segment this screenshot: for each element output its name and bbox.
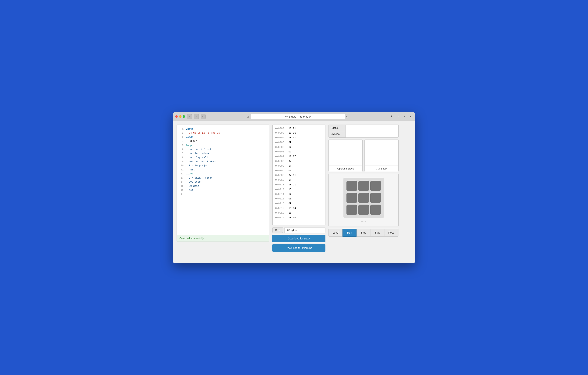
line-number: 17: [178, 192, 184, 196]
code-text: 200 beep: [186, 180, 201, 184]
code-line: 9 rot dec dup 4 ntuck: [177, 160, 269, 164]
code-line: 17: [177, 192, 269, 196]
forward-button[interactable]: ›: [194, 114, 199, 119]
byte-value: 18 07: [289, 155, 296, 159]
byte-value: 18 06: [289, 131, 296, 135]
pixel-3[interactable]: [346, 193, 357, 203]
pc-row: 0x0000: [329, 131, 398, 137]
bytecode-panel: 0x000018 210x000218 060x000418 010x00060…: [273, 125, 326, 252]
line-number: 12: [178, 172, 184, 176]
address-bar[interactable]: Not Secure — cs.ox.ac.uk: [251, 114, 345, 119]
back-button[interactable]: ‹: [187, 114, 192, 119]
reload-button[interactable]: ↻: [345, 115, 349, 119]
byte-value: 12: [289, 145, 292, 149]
bytecode-row: 0x001118 21: [273, 183, 325, 187]
code-text: dup rot + 7 mod: [186, 147, 211, 151]
code-line: 7 dup inc colour: [177, 152, 269, 156]
minimize-button[interactable]: [179, 115, 181, 118]
byte-address: 0x0009: [275, 155, 289, 159]
pc-label: 0x0000: [329, 131, 346, 137]
byte-value: 00: [289, 150, 292, 154]
code-editor[interactable]: 1.data2 B4 C5 D5 E5 F5 F#5 G53.code4 33 …: [177, 125, 269, 235]
code-line: 16 ret: [177, 188, 269, 192]
byte-value: 0F: [289, 178, 292, 182]
bytecode-row: 0x001718 04: [273, 206, 325, 211]
display-label: ----: [361, 220, 366, 223]
share-icon[interactable]: ⬆: [396, 114, 400, 119]
line-number: 6: [178, 148, 184, 151]
status-section: Status 0x0000: [328, 125, 399, 138]
byte-value: 15: [289, 211, 292, 215]
code-editor-panel: 1.data2 B4 C5 D5 E5 F5 F#5 G53.code4 33 …: [177, 125, 269, 242]
byte-address: 0x0010: [275, 178, 289, 182]
bytecode-row: 0x001506: [273, 197, 325, 201]
code-line: 2 B4 C5 D5 E5 F5 F#5 G5: [177, 131, 269, 135]
bytecode-table: 0x000018 210x000218 060x000418 010x00060…: [273, 125, 326, 225]
code-text: 0 > loop cjmp: [186, 164, 208, 168]
line-number: 15: [178, 185, 184, 188]
byte-value: 12: [289, 192, 292, 196]
code-text: dup inc colour: [186, 152, 210, 155]
line-number: 10: [178, 164, 184, 167]
stop-button[interactable]: Stop: [371, 229, 385, 237]
bytecode-row: 0x000218 06: [273, 131, 325, 136]
pixel-0[interactable]: [346, 181, 357, 191]
byte-address: 0x0013: [275, 188, 289, 192]
bytecode-row: 0x000018 21: [273, 126, 325, 131]
pixel-6[interactable]: [346, 205, 357, 215]
byte-address: 0x0002: [275, 131, 289, 135]
fullscreen-icon[interactable]: ⤢: [402, 114, 407, 119]
step-button[interactable]: Step: [357, 229, 370, 237]
line-number: 11: [178, 168, 184, 172]
code-line: 13 2 * data + fetch: [177, 176, 269, 180]
close-button[interactable]: [175, 115, 178, 118]
code-text: dup play call: [186, 156, 208, 159]
line-number: 7: [178, 152, 184, 155]
home-button[interactable]: ⌂: [246, 114, 251, 119]
byte-value: 18 01: [289, 136, 296, 140]
line-number: 9: [178, 160, 184, 164]
byte-value: 04: [289, 159, 292, 164]
reset-button[interactable]: Reset: [385, 229, 399, 237]
byte-value: 1B: [289, 188, 292, 192]
pixel-2[interactable]: [370, 181, 381, 191]
byte-value: 06: [289, 197, 292, 201]
pixel-8[interactable]: [370, 205, 381, 215]
status-value: [346, 126, 398, 129]
code-text: B4 C5 D5 E5 F5 F#5 G5: [186, 131, 220, 135]
address-bar-container: ⌂ Not Secure — cs.ox.ac.uk ↻: [207, 114, 387, 119]
pixel-1[interactable]: [358, 181, 369, 191]
byte-address: 0x0000: [275, 127, 289, 131]
bytecode-row: 0x000800: [273, 150, 325, 154]
byte-address: 0x0017: [275, 207, 289, 210]
code-text: .code: [186, 135, 193, 139]
view-button[interactable]: ⊡: [201, 114, 206, 119]
bytecode-row: 0x000E84 01: [273, 173, 325, 178]
code-text: 33 6 1: [186, 139, 198, 143]
byte-value: 0F: [289, 141, 292, 145]
bytecode-row: 0x000418 01: [273, 136, 325, 140]
pixel-7[interactable]: [358, 205, 369, 215]
pixel-5[interactable]: [370, 193, 381, 203]
code-line: 12play:: [177, 172, 269, 176]
run-button[interactable]: Run: [343, 229, 357, 237]
browser-content: 1.data2 B4 C5 D5 E5 F5 F#5 G53.code4 33 …: [173, 121, 415, 263]
line-number: 14: [178, 180, 184, 184]
new-tab-button[interactable]: +: [409, 114, 413, 119]
bytecode-row: 0x00160F: [273, 201, 325, 206]
pixel-4[interactable]: [358, 193, 369, 203]
status-label: Status: [329, 125, 346, 131]
load-button[interactable]: Load: [328, 229, 343, 237]
byte-value: 18 21: [289, 127, 296, 131]
stacks-section: Operand Stack Call Stack: [328, 140, 399, 172]
maximize-button[interactable]: [183, 115, 185, 118]
download-stack-button[interactable]: Download for stack: [273, 235, 326, 242]
operand-stack-label: Operand Stack: [329, 165, 362, 172]
download-microbit-button[interactable]: Download for micro:bit: [273, 244, 326, 252]
code-text: halt: [186, 168, 195, 172]
download-icon[interactable]: ⬇: [389, 114, 394, 119]
byte-address: 0x0007: [275, 145, 289, 149]
bytecode-scroll[interactable]: 0x000018 210x000218 060x000418 010x00060…: [273, 125, 325, 225]
bytecode-row: 0x00131B: [273, 187, 325, 192]
byte-value: 84 01: [289, 174, 296, 177]
